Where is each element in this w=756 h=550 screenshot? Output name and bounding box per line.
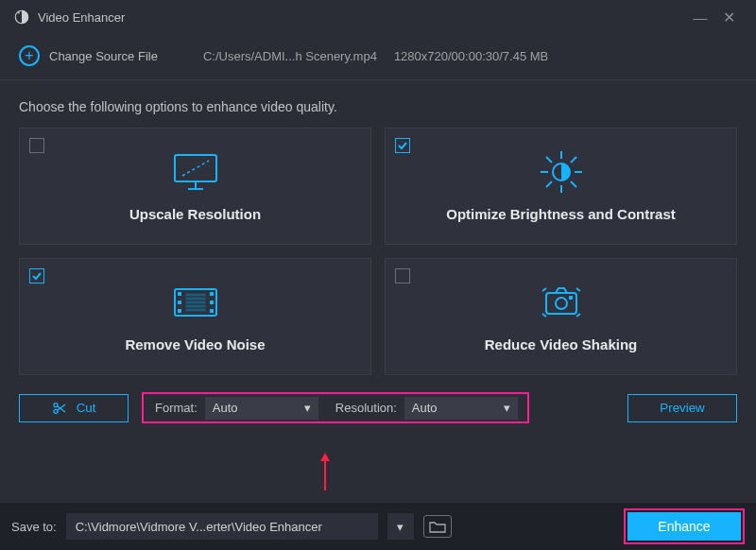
option-label: Remove Video Noise (125, 336, 265, 352)
cut-button[interactable]: Cut (19, 394, 129, 422)
svg-point-29 (556, 298, 567, 309)
format-label: Format: (146, 401, 205, 415)
svg-rect-17 (178, 301, 181, 304)
checkbox-denoise[interactable] (29, 268, 44, 284)
svg-line-11 (546, 157, 552, 163)
svg-rect-21 (210, 309, 214, 313)
close-button[interactable]: ✕ (714, 9, 743, 26)
format-resolution-group: Format: Auto ▾ Resolution: Auto ▾ (142, 392, 529, 423)
preview-button[interactable]: Preview (627, 394, 737, 422)
svg-line-12 (571, 181, 576, 187)
svg-rect-16 (178, 292, 181, 296)
checkbox-upscale[interactable] (29, 138, 44, 153)
svg-line-14 (546, 181, 552, 187)
scissors-icon (52, 401, 67, 416)
enhance-highlight: Enhance (624, 508, 745, 544)
enhance-button[interactable]: Enhance (627, 512, 741, 541)
option-upscale-resolution[interactable]: Upscale Resolution (19, 128, 371, 245)
resolution-value: Auto (412, 401, 438, 415)
folder-icon (429, 520, 446, 533)
enhance-label: Enhance (658, 519, 710, 534)
source-row: + Change Source File C:/Users/ADMI...h S… (0, 34, 756, 80)
save-path-value: C:\Vidmore\Vidmore V...erter\Video Enhan… (76, 520, 322, 534)
source-path: C:/Users/ADMI...h Scenery.mp4 (203, 49, 377, 63)
svg-line-13 (571, 157, 576, 163)
minimize-button[interactable]: — (686, 9, 714, 26)
chevron-down-icon: ▾ (504, 401, 510, 415)
monitor-icon (169, 151, 222, 193)
title-bar: Video Enhancer — ✕ (0, 0, 756, 34)
svg-line-3 (182, 161, 209, 176)
option-label: Upscale Resolution (129, 206, 261, 222)
save-to-label: Save to: (11, 520, 57, 534)
svg-rect-18 (178, 309, 181, 313)
checkbox-deshake[interactable] (395, 268, 410, 284)
save-path-dropdown[interactable]: ▾ (387, 513, 414, 540)
plus-icon: + (19, 45, 40, 66)
svg-rect-19 (210, 292, 214, 296)
app-icon (13, 9, 30, 26)
save-path-field[interactable]: C:\Vidmore\Vidmore V...erter\Video Enhan… (66, 513, 378, 540)
change-source-label: Change Source File (49, 49, 158, 63)
resolution-label: Resolution: (326, 401, 404, 415)
app-title: Video Enhancer (38, 10, 686, 25)
checkbox-optimize[interactable] (395, 138, 410, 153)
instruction-text: Choose the following options to enhance … (0, 80, 756, 128)
film-icon (171, 282, 220, 323)
change-source-button[interactable]: + Change Source File (19, 45, 158, 66)
browse-folder-button[interactable] (423, 515, 452, 538)
controls-row: Cut Format: Auto ▾ Resolution: Auto ▾ Pr… (0, 375, 756, 423)
svg-point-1 (18, 12, 20, 14)
svg-point-30 (569, 296, 572, 299)
cut-label: Cut (77, 401, 96, 415)
option-remove-noise[interactable]: Remove Video Noise (19, 258, 371, 375)
chevron-down-icon: ▾ (304, 401, 311, 415)
annotation-arrow-up (324, 460, 326, 490)
resolution-select[interactable]: Auto ▾ (404, 397, 518, 420)
chevron-down-icon: ▾ (397, 520, 404, 534)
camera-shake-icon (533, 282, 590, 323)
source-meta: 1280x720/00:00:30/7.45 MB (394, 49, 548, 63)
option-optimize-brightness[interactable]: Optimize Brightness and Contrast (385, 128, 737, 245)
brightness-icon (537, 151, 586, 193)
option-label: Reduce Video Shaking (485, 336, 637, 352)
option-label: Optimize Brightness and Contrast (446, 206, 676, 222)
options-grid: Upscale Resolution Optimize Brightness a… (0, 128, 756, 375)
save-bar: Save to: C:\Vidmore\Vidmore V...erter\Vi… (0, 503, 756, 550)
svg-rect-2 (175, 155, 216, 181)
option-reduce-shaking[interactable]: Reduce Video Shaking (385, 258, 737, 375)
svg-rect-20 (210, 301, 214, 304)
format-value: Auto (213, 401, 238, 415)
preview-label: Preview (660, 401, 704, 415)
format-select[interactable]: Auto ▾ (205, 397, 318, 420)
